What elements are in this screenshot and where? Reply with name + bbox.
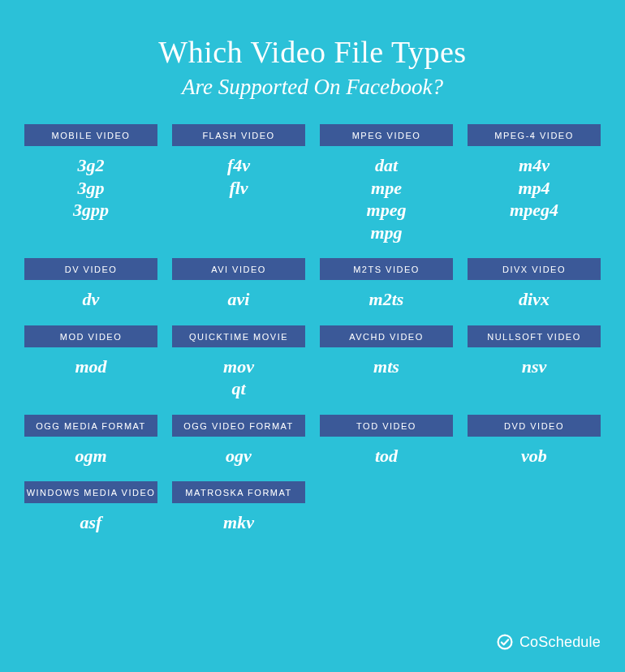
category-card: MPEG-4 VIDEOm4vmp4mpeg4: [468, 124, 601, 243]
category-card: TOD VIDEOtod: [320, 415, 453, 467]
extension: m4v: [519, 154, 550, 177]
extension: m2ts: [369, 288, 404, 311]
category-card: MOBILE VIDEO3g23gp3gpp: [24, 124, 157, 243]
extension: mts: [373, 355, 399, 378]
category-label: FLASH VIDEO: [172, 124, 305, 146]
extension: mpg: [370, 222, 402, 244]
category-label: OGG MEDIA FORMAT: [24, 415, 157, 437]
category-label: DIVX VIDEO: [468, 258, 601, 280]
category-label: QUICKTIME MOVIE: [172, 325, 305, 347]
extension: dat: [375, 154, 398, 177]
extension: mov: [223, 355, 254, 378]
extension-list: movqt: [172, 347, 305, 400]
extension: dv: [83, 288, 100, 311]
category-label: NULLSOFT VIDEO: [468, 325, 601, 347]
category-label: MOBILE VIDEO: [24, 124, 157, 146]
extension: mpeg4: [510, 199, 558, 222]
brand-name: CoSchedule: [519, 634, 601, 651]
header: Which Video File Types Are Supported On …: [0, 0, 625, 124]
extension-list: mts: [320, 347, 453, 378]
extension-list: ogm: [24, 437, 157, 467]
extension-list: mkv: [172, 503, 305, 534]
extension: qt: [231, 377, 245, 400]
extension: ogv: [226, 445, 252, 467]
category-card: QUICKTIME MOVIEmovqt: [172, 325, 305, 400]
extension: mod: [75, 355, 106, 378]
extension-list: 3g23gp3gpp: [24, 146, 157, 222]
coschedule-icon: [496, 633, 514, 651]
brand-logo: CoSchedule: [496, 633, 601, 651]
extension: mpe: [371, 177, 402, 200]
category-card: AVI VIDEOavi: [172, 258, 305, 311]
extension: 3gp: [78, 177, 105, 200]
extension: vob: [521, 445, 547, 467]
extension-list: nsv: [468, 347, 601, 378]
extension-list: datmpempegmpg: [320, 146, 453, 243]
category-card: DV VIDEOdv: [24, 258, 157, 311]
extension-list: dv: [24, 280, 157, 311]
extension-list: mod: [24, 347, 157, 378]
svg-point-0: [498, 635, 511, 649]
page-subtitle: Are Supported On Facebook?: [0, 75, 625, 100]
extension: flv: [229, 177, 248, 200]
category-label: OGG VIDEO FORMAT: [172, 415, 305, 437]
category-card: MATROSKA FORMATmkv: [172, 481, 305, 534]
extension-list: ogv: [172, 437, 305, 467]
category-card: WINDOWS MEDIA VIDEOasf: [24, 481, 157, 534]
extension: nsv: [522, 355, 547, 378]
extension-list: avi: [172, 280, 305, 311]
extension: asf: [80, 511, 102, 534]
category-card: DIVX VIDEOdivx: [468, 258, 601, 311]
category-card: AVCHD VIDEOmts: [320, 325, 453, 400]
extension: avi: [228, 288, 250, 311]
extension-list: m2ts: [320, 280, 453, 311]
extension: tod: [375, 445, 398, 467]
extension: f4v: [227, 154, 250, 177]
extension: 3g2: [78, 154, 105, 177]
category-label: AVI VIDEO: [172, 258, 305, 280]
category-label: M2TS VIDEO: [320, 258, 453, 280]
extension-list: vob: [468, 437, 601, 467]
category-label: DV VIDEO: [24, 258, 157, 280]
category-grid: MOBILE VIDEO3g23gp3gppFLASH VIDEOf4vflvM…: [0, 124, 625, 534]
category-card: OGG VIDEO FORMATogv: [172, 415, 305, 467]
category-card: DVD VIDEOvob: [468, 415, 601, 467]
category-label: MPEG VIDEO: [320, 124, 453, 146]
category-label: AVCHD VIDEO: [320, 325, 453, 347]
extension-list: asf: [24, 503, 157, 534]
extension: mpeg: [367, 199, 407, 222]
extension: divx: [519, 288, 550, 311]
category-label: TOD VIDEO: [320, 415, 453, 437]
extension-list: divx: [468, 280, 601, 311]
category-label: WINDOWS MEDIA VIDEO: [24, 481, 157, 503]
extension-list: f4vflv: [172, 146, 305, 199]
category-card: FLASH VIDEOf4vflv: [172, 124, 305, 243]
extension-list: tod: [320, 437, 453, 467]
category-label: MATROSKA FORMAT: [172, 481, 305, 503]
extension: mp4: [518, 177, 550, 200]
category-label: MPEG-4 VIDEO: [468, 124, 601, 146]
page-title: Which Video File Types: [0, 34, 625, 70]
category-card: OGG MEDIA FORMATogm: [24, 415, 157, 467]
category-card: MPEG VIDEOdatmpempegmpg: [320, 124, 453, 243]
extension: ogm: [75, 445, 106, 467]
extension-list: m4vmp4mpeg4: [468, 146, 601, 222]
category-label: DVD VIDEO: [468, 415, 601, 437]
extension: 3gpp: [73, 199, 109, 222]
category-card: M2TS VIDEOm2ts: [320, 258, 453, 311]
extension: mkv: [223, 511, 254, 534]
category-label: MOD VIDEO: [24, 325, 157, 347]
category-card: NULLSOFT VIDEOnsv: [468, 325, 601, 400]
category-card: MOD VIDEOmod: [24, 325, 157, 400]
